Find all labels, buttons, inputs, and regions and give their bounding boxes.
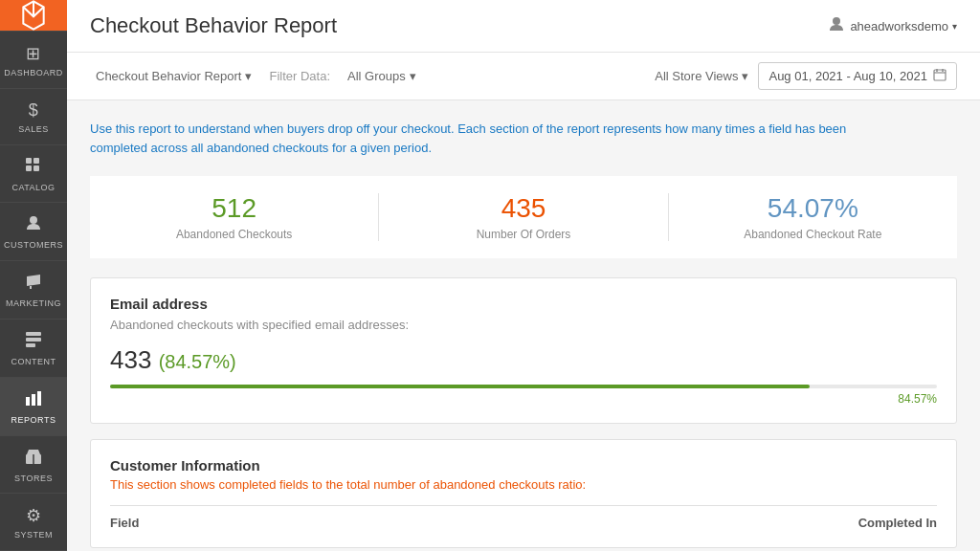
stat-number-of-orders: 435 Number Of Orders <box>379 193 668 241</box>
sidebar-item-label: REPORTS <box>11 415 56 426</box>
sidebar-item-reports[interactable]: REPORTS <box>0 377 67 435</box>
filter-groups-chevron-icon: ▾ <box>410 69 416 83</box>
svg-point-20 <box>833 17 840 25</box>
sidebar-item-label: CUSTOMERS <box>4 240 63 251</box>
store-view-chevron-icon: ▾ <box>742 69 748 83</box>
sidebar-item-label: CONTENT <box>11 357 56 367</box>
svg-rect-4 <box>33 165 39 171</box>
sidebar-item-catalog[interactable]: CATALOG <box>0 144 67 203</box>
system-icon: ⚙ <box>26 505 42 526</box>
customer-card-title: Customer Information <box>110 457 937 474</box>
user-avatar-icon <box>829 16 844 35</box>
svg-marker-6 <box>27 275 40 286</box>
info-text: Use this report to understand when buyer… <box>90 120 856 157</box>
sidebar-item-marketing[interactable]: MARKETING <box>0 260 67 319</box>
sidebar: ⊞ DASHBOARD $ SALES CATALOG CUSTOMERS MA… <box>0 0 67 551</box>
sidebar-item-label: SYSTEM <box>14 530 53 540</box>
svg-rect-10 <box>26 343 35 347</box>
col-completed: Completed In <box>858 516 937 530</box>
filter-bar: Checkout Behavior Report ▾ Filter Data: … <box>67 53 980 100</box>
filter-groups-selector[interactable]: All Groups ▾ <box>342 67 422 85</box>
sidebar-item-stores[interactable]: STORES <box>0 435 67 494</box>
calendar-icon <box>933 68 947 84</box>
svg-rect-3 <box>26 165 32 171</box>
email-card-title: Email address <box>110 296 937 312</box>
filter-groups-value: All Groups <box>347 69 406 83</box>
page-title: Checkout Behavior Report <box>90 13 337 38</box>
date-range-value: Aug 01, 2021 - Aug 10, 2021 <box>768 69 927 83</box>
filter-label: Filter Data: <box>269 69 330 83</box>
checkout-rate-label: Abandoned Checkout Rate <box>688 228 938 241</box>
report-selector-chevron-icon: ▾ <box>245 69 252 83</box>
sales-icon: $ <box>29 100 39 121</box>
customer-table-header: Field Completed In <box>110 505 937 530</box>
stores-icon <box>25 448 42 470</box>
sidebar-item-sales[interactable]: $ SALES <box>0 88 67 144</box>
stat-abandoned-checkouts: 512 Abandoned Checkouts <box>90 193 379 241</box>
email-percent: (84.57%) <box>159 351 236 372</box>
filter-right: All Store Views ▾ Aug 01, 2021 - Aug 10,… <box>655 62 957 90</box>
customers-icon <box>25 214 42 236</box>
sidebar-item-system[interactable]: ⚙ SYSTEM <box>0 493 67 550</box>
stat-checkout-rate: 54.07% Abandoned Checkout Rate <box>669 193 957 241</box>
email-count: 433 <box>110 345 151 374</box>
svg-rect-9 <box>26 338 41 342</box>
sidebar-item-label: MARKETING <box>6 298 61 309</box>
sidebar-item-customers[interactable]: CUSTOMERS <box>0 202 67 260</box>
email-card-value: 433 (84.57%) <box>110 345 937 375</box>
content-area: Use this report to understand when buyer… <box>67 100 980 551</box>
checkout-rate-value: 54.07% <box>688 193 938 224</box>
sidebar-item-dashboard[interactable]: ⊞ DASHBOARD <box>0 31 67 88</box>
stats-row: 512 Abandoned Checkouts 435 Number Of Or… <box>90 176 957 258</box>
svg-rect-12 <box>32 394 35 406</box>
content-icon <box>25 331 42 353</box>
main-content: Checkout Behavior Report aheadworksdemo … <box>67 0 980 551</box>
username: aheadworksdemo <box>850 19 948 33</box>
customer-information-card: Customer Information This section shows … <box>90 439 957 548</box>
sidebar-item-label: DASHBOARD <box>4 68 63 78</box>
svg-rect-1 <box>26 158 32 164</box>
email-progress-bar-bg <box>110 385 937 388</box>
email-card-subtitle: Abandoned checkouts with specified email… <box>110 318 937 332</box>
svg-rect-8 <box>26 332 41 336</box>
sidebar-item-label: SALES <box>18 124 49 135</box>
magento-logo[interactable] <box>0 0 67 31</box>
catalog-icon <box>25 157 42 179</box>
svg-rect-2 <box>33 158 39 164</box>
sidebar-item-label: CATALOG <box>11 183 55 193</box>
filter-left: Checkout Behavior Report ▾ Filter Data: … <box>90 67 422 85</box>
marketing-icon <box>25 273 42 295</box>
svg-rect-13 <box>37 391 41 406</box>
abandoned-checkouts-label: Abandoned Checkouts <box>109 228 359 241</box>
topbar: Checkout Behavior Report aheadworksdemo … <box>67 0 980 53</box>
customer-card-subtitle: This section shows completed fields to t… <box>110 477 937 492</box>
email-progress-bar-fill <box>110 385 810 388</box>
store-view-value: All Store Views <box>655 69 738 83</box>
reports-icon <box>25 389 42 411</box>
dashboard-icon: ⊞ <box>26 43 41 64</box>
col-field: Field <box>110 516 139 530</box>
report-name: Checkout Behavior Report <box>96 69 241 83</box>
svg-rect-21 <box>934 70 946 80</box>
number-of-orders-value: 435 <box>398 193 648 224</box>
report-selector[interactable]: Checkout Behavior Report ▾ <box>90 67 257 85</box>
email-progress-label: 84.57% <box>110 392 937 406</box>
svg-point-5 <box>30 216 37 224</box>
user-menu[interactable]: aheadworksdemo ▾ <box>829 16 957 35</box>
store-view-selector[interactable]: All Store Views ▾ <box>655 69 748 83</box>
user-menu-chevron-icon: ▾ <box>952 21 957 32</box>
date-range-picker[interactable]: Aug 01, 2021 - Aug 10, 2021 <box>758 62 957 90</box>
number-of-orders-label: Number Of Orders <box>398 228 648 241</box>
svg-rect-11 <box>26 397 30 406</box>
abandoned-checkouts-value: 512 <box>109 193 359 224</box>
sidebar-item-label: STORES <box>14 474 53 484</box>
email-address-card: Email address Abandoned checkouts with s… <box>90 277 957 424</box>
sidebar-item-content[interactable]: CONTENT <box>0 319 67 377</box>
